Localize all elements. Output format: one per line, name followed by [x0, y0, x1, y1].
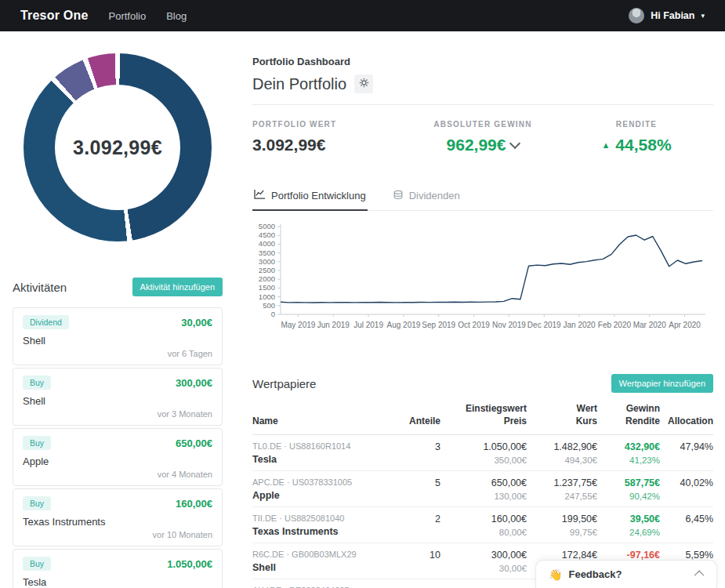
allocation-donut-chart: 3.092,99€ [24, 53, 212, 241]
stat-value: 44,58% [615, 136, 671, 154]
activity-card[interactable]: Buy 160,00€ Texas Instruments vor 10 Mon… [13, 488, 223, 546]
activity-amount: 300,00€ [176, 377, 212, 389]
gear-icon [359, 78, 369, 90]
main-content: Portfolio Dashboard Dein Portfolio PORTF… [252, 31, 713, 588]
col-gewinn-rendite: GewinnRendite [597, 402, 660, 427]
security-ticker: TII.DE · US8825081040 [252, 514, 386, 523]
activity-amount: 650,00€ [176, 437, 212, 449]
security-ticker: TL0.DE · US88160R1014 [252, 441, 386, 451]
current-value: 1.237,75€ [527, 477, 597, 488]
activity-type-badge: Buy [23, 496, 51, 510]
chevron-up-icon[interactable] [694, 571, 705, 581]
table-header: Name Anteile EinstiegswertPreis WertKurs… [252, 402, 713, 435]
gain-value: 432,90€ [597, 441, 660, 452]
x-axis-tick-label: Nov 2019 [492, 321, 526, 329]
chevron-down-icon[interactable] [509, 138, 520, 149]
y-axis-tick-label: 2500 [259, 266, 275, 274]
allocation-percent: 40,02% [660, 477, 713, 488]
portfolio-total-value: 3.092,99€ [73, 136, 162, 159]
current-price: 494,30€ [527, 456, 597, 465]
table-row[interactable]: APC.DE · US0378331005 Apple 5 650,00€130… [252, 471, 713, 507]
col-anteile: Anteile [386, 402, 440, 427]
activity-type-badge: Buy [23, 557, 51, 571]
table-row[interactable]: TL0.DE · US88160R1014 Tesla 3 1.050,00€3… [252, 435, 713, 471]
feedback-label: Feedback? [568, 568, 622, 580]
securities-title: Wertpapiere [252, 377, 316, 390]
page-eyebrow: Portfolio Dashboard [252, 56, 713, 67]
nav-link-blog[interactable]: Blog [166, 10, 187, 22]
chart-tabs: Portfolio Entwicklung Dividenden [252, 189, 713, 211]
user-menu[interactable]: Hi Fabian ▾ [629, 8, 705, 24]
col-name: Name [252, 402, 386, 427]
activity-type-badge: Buy [23, 376, 51, 390]
security-name: Shell [252, 562, 386, 573]
x-axis-tick-label: May 2019 [281, 321, 315, 329]
nav-link-portfolio[interactable]: Portfolio [108, 10, 146, 22]
y-axis-tick-label: 500 [263, 301, 275, 310]
current-price: 247,55€ [527, 492, 597, 501]
stat-value: 962,99€ [447, 136, 506, 154]
x-axis-tick-label: Aug 2019 [387, 321, 421, 329]
x-axis-tick-label: Oct 2019 [458, 321, 490, 329]
performance-line-chart: 0500100015002000250030003500400045005000… [252, 222, 707, 338]
buy-value: 650,00€ [440, 477, 527, 488]
page-title: Dein Portfolio [252, 75, 346, 93]
activity-security-name: Tesla [23, 576, 212, 588]
security-name: Apple [252, 490, 386, 501]
gain-percent: 24,69% [597, 528, 660, 537]
buy-price: 30,00€ [440, 564, 527, 573]
y-axis-tick-label: 3000 [259, 257, 275, 266]
stat-value: 3.092,99€ [252, 136, 406, 154]
activities-title: Aktivitäten [13, 281, 67, 294]
activity-type-badge: Buy [23, 436, 51, 450]
x-axis-tick-label: Jan 2020 [564, 321, 596, 329]
activity-card[interactable]: Dividend 30,00€ Shell vor 6 Tagen [13, 307, 223, 365]
activity-card[interactable]: Buy 1.050,00€ Tesla [13, 549, 223, 588]
activities-header: Aktivitäten Aktivität hinzufügen [13, 278, 223, 296]
x-axis-tick-label: Jul 2019 [353, 321, 383, 329]
stats-row: PORTFOLIO WERT 3.092,99€ ABSOLUTER GEWIN… [252, 120, 713, 154]
x-axis-tick-label: Feb 2020 [598, 321, 632, 329]
portfolio-performance-chart: 0500100015002000250030003500400045005000… [252, 222, 713, 341]
gain-value: 39,50€ [597, 514, 660, 524]
security-name: Texas Instruments [252, 526, 386, 537]
table-row[interactable]: TII.DE · US8825081040 Texas Instruments … [252, 507, 713, 543]
activity-security-name: Texas Instruments [23, 516, 212, 528]
y-axis-tick-label: 1000 [259, 292, 275, 301]
tab-label: Portfolio Entwicklung [271, 190, 366, 201]
feedback-widget[interactable]: 👋 Feedback? [535, 560, 717, 588]
arrow-up-icon: ▲ [601, 141, 610, 150]
security-shares: 5 [386, 477, 440, 488]
donut-hole: 3.092,99€ [55, 85, 180, 210]
tab-dividenden[interactable]: Dividenden [391, 189, 462, 210]
activity-time: vor 3 Monaten [23, 409, 212, 419]
x-axis-tick-label: Sep 2019 [422, 321, 455, 329]
tab-portfolio-entwicklung[interactable]: Portfolio Entwicklung [252, 189, 368, 211]
settings-button[interactable] [354, 74, 373, 93]
activity-amount: 30,00€ [181, 317, 212, 328]
waving-hand-icon: 👋 [549, 568, 562, 581]
activity-card[interactable]: Buy 300,00€ Shell vor 3 Monaten [13, 368, 223, 426]
activity-card[interactable]: Buy 650,00€ Apple vor 4 Monaten [13, 428, 223, 486]
activity-time: vor 10 Monaten [23, 530, 212, 540]
activity-time: vor 4 Monaten [23, 470, 212, 480]
buy-value: 160,00€ [440, 514, 527, 524]
activity-type-badge: Dividend [23, 315, 69, 329]
x-axis-tick-label: Dec 2019 [527, 321, 561, 329]
gain-percent: 90,42% [597, 492, 660, 501]
stat-label: PORTFOLIO WERT [252, 120, 406, 129]
y-axis-tick-label: 0 [271, 310, 275, 318]
security-ticker: APC.DE · US0378331005 [252, 477, 386, 487]
divider [252, 104, 713, 105]
security-shares: 2 [386, 514, 440, 524]
buy-price: 80,00€ [440, 528, 527, 537]
stat-absoluter-gewinn: ABSOLUTER GEWINN 962,99€ [406, 120, 560, 154]
current-value: 1.482,90€ [527, 441, 597, 452]
app-logo[interactable]: Tresor One [20, 9, 88, 23]
add-activity-button[interactable]: Aktivität hinzufügen [132, 278, 223, 296]
avatar[interactable] [629, 8, 644, 24]
add-security-button[interactable]: Wertpapier hinzufügen [611, 374, 713, 393]
col-einstiegswert-preis: EinstiegswertPreis [440, 402, 527, 427]
activity-amount: 1.050,00€ [167, 558, 212, 570]
y-axis-tick-label: 1500 [259, 283, 275, 292]
